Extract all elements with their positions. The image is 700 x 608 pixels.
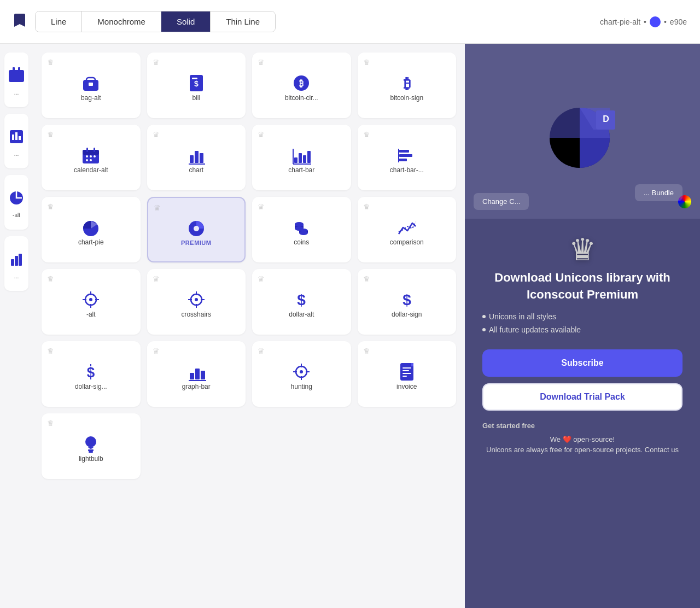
strip-card-3[interactable]: -alt [4,175,28,230]
svg-rect-88 [88,449,94,451]
strip-card-1[interactable]: ... [4,52,28,107]
crown-icon-chart-pie: ♛ [47,202,54,211]
icon-grid: ♛ bag-alt ♛ $ bill ♛ [42,52,456,479]
icon-card-chart-pie[interactable]: ♛ chart-pie [42,197,141,262]
icon-card-dollar-sig-alt[interactable]: ♛ $ dollar-sig... [42,341,141,407]
icon-card-bitcoin-cir[interactable]: ♛ ₿ bitcoin-cir... [252,52,351,118]
icon-grid-panel: ♛ bag-alt ♛ $ bill ♛ [33,44,465,608]
chart-bar-glyph [290,144,312,166]
bundle-button[interactable]: ... Bundle [635,184,682,201]
header: Line Monochrome Solid Thin Line chart-pi… [0,0,700,44]
bitcoin-cir-glyph: ₿ [290,72,312,94]
icon-card-crosshairs[interactable]: ♛ crosshairs [147,269,246,335]
icon-label-dollar-sig-alt: dollar-sig... [75,383,107,390]
svg-text:$: $ [402,291,411,308]
strip-label-4: ... [14,273,19,279]
crown-promo-icon: ♛ [569,232,596,267]
icon-card-chart-pie-alt[interactable]: ♛ PREMIUM [147,197,246,262]
icon-card-bitcoin-sign[interactable]: ♛ ₿ bitcoin-sign [358,52,457,118]
crown-icon-chart-bar-alt: ♛ [363,130,370,139]
opensource-line3: Unicons are always free for open-source … [486,446,679,454]
tab-monochrome[interactable]: Monochrome [82,11,161,32]
tab-group: Line Monochrome Solid Thin Line [35,11,276,32]
crown-icon-crosshairs-alt: ♛ [47,274,54,283]
icon-card-invoice[interactable]: ♛ invoice [358,341,457,407]
change-color-button[interactable]: Change C... [474,193,529,210]
icon-label-dollar-alt: dollar-alt [289,311,314,318]
bullet-dot-2 [482,328,486,331]
crown-icon-dollar-alt: ♛ [258,274,265,283]
svg-point-25 [86,159,88,161]
crown-icon-bitcoin-sign: ♛ [363,58,370,67]
svg-text:₿: ₿ [299,79,304,88]
bullet-dot-1 [482,315,486,318]
icon-card-bill[interactable]: ♛ $ bill [147,52,246,118]
svg-point-45 [194,226,199,231]
chart-glyph [185,144,207,166]
icon-label-hunting: hunting [291,383,312,390]
icon-card-crosshairs-alt[interactable]: ♛ -alt [42,269,141,335]
crown-icon-coins: ♛ [258,202,265,211]
icon-card-chart-bar-alt[interactable]: ♛ chart-bar-... [358,125,457,190]
dollar-alt-glyph: $ [290,289,312,311]
crosshairs-alt-glyph [80,289,102,311]
icon-card-lightbulb[interactable]: ♛ lightbulb [42,413,141,479]
icon-card-calendar-alt[interactable]: ♛ calendar-alt [42,125,141,190]
icon-label-bag-alt: bag-alt [81,94,101,102]
svg-rect-83 [402,370,409,371]
icon-card-graph-bar[interactable]: ♛ graph-bar [147,341,246,407]
download-trial-button[interactable]: Download Trial Pack [482,383,682,411]
svg-rect-21 [83,150,99,155]
crown-icon-bag: ♛ [47,58,54,67]
invoice-glyph [396,361,418,383]
icon-label-bill: bill [192,94,200,102]
opensource-line1: We [550,435,561,443]
icon-card-chart[interactable]: ♛ chart [147,125,246,190]
crown-icon-calendar: ♛ [47,130,54,139]
icon-card-chart-bar[interactable]: ♛ chart-bar [252,125,351,190]
svg-rect-33 [294,157,298,163]
crown-icon-graph-bar: ♛ [153,347,160,355]
bag-alt-glyph [80,72,102,94]
svg-rect-28 [94,148,95,152]
svg-point-55 [89,298,92,301]
icon-label-bitcoin-sign: bitcoin-sign [390,94,423,102]
tab-line[interactable]: Line [36,11,82,32]
bill-glyph: $ [185,72,207,94]
svg-rect-85 [402,376,407,377]
icon-card-bag-alt[interactable]: ♛ bag-alt [42,52,141,118]
left-strip: ... ... -alt ... [0,44,33,608]
icon-label-crosshairs: crosshairs [181,311,211,318]
coins-glyph [290,217,312,238]
crown-icon-hunting: ♛ [258,347,265,355]
crown-icon-bitcoin-cir: ♛ [258,58,265,67]
svg-rect-9 [15,256,18,266]
icon-label-chart-pie: chart-pie [78,238,104,246]
svg-rect-0 [9,70,24,82]
promo-bullet-1: Unicons in all styles [482,312,581,321]
opensource-line2: open-source! [573,435,615,443]
svg-rect-36 [307,151,311,163]
svg-rect-35 [303,155,306,163]
right-panel-top: D Change C... ... Bundle [465,44,700,219]
subscribe-button[interactable]: Subscribe [482,349,682,377]
svg-rect-10 [19,254,22,266]
icon-card-dollar-sign[interactable]: ♛ $ dollar-sign [358,269,457,335]
tab-solid[interactable]: Solid [161,11,211,32]
strip-card-2[interactable]: ... [4,114,28,168]
icon-label-calendar-alt: calendar-alt [74,166,108,174]
strip-card-4[interactable]: ... [4,236,28,291]
dollar-sign-glyph: $ [396,289,418,311]
icon-card-coins[interactable]: ♛ coins [252,197,351,262]
svg-rect-86 [411,363,413,366]
crown-icon-crosshairs: ♛ [153,274,160,283]
heart-icon: ❤️ [563,435,571,443]
svg-rect-6 [19,136,21,140]
svg-rect-82 [402,367,411,369]
icon-label-dollar-sign: dollar-sign [392,311,422,318]
tab-thin-line[interactable]: Thin Line [211,11,275,32]
svg-rect-8 [11,259,14,266]
icon-card-hunting[interactable]: ♛ hunting [252,341,351,407]
icon-card-dollar-alt[interactable]: ♛ $ dollar-alt [252,269,351,335]
icon-card-comparison[interactable]: ♛ comparison [358,197,457,262]
